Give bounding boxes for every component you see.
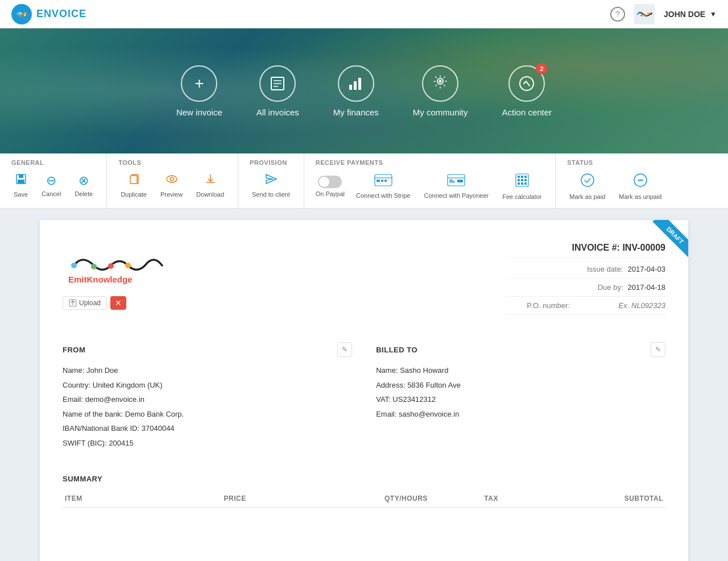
from-header: FROM ✎ bbox=[63, 342, 352, 357]
invoice-header: EmitKnowledge Upload ✕ bbox=[63, 243, 665, 319]
nav-all-invoices[interactable]: All invoices bbox=[257, 65, 299, 117]
cancel-icon: ⊖ bbox=[46, 173, 56, 188]
svg-point-52 bbox=[581, 174, 594, 186]
svg-rect-44 bbox=[521, 176, 523, 178]
invoice-number: INVOICE #: INV-00009 bbox=[506, 243, 665, 258]
issue-date-value: 2017-04-03 bbox=[628, 265, 666, 273]
fee-calculator-button[interactable]: Fee calculator bbox=[500, 171, 544, 202]
from-iban: IBAN/National Bank ID: 37040044 bbox=[63, 423, 352, 434]
billed-to-email: Email: sasho@envoice.in bbox=[376, 409, 665, 420]
nav-new-invoice[interactable]: + New invoice bbox=[176, 65, 222, 117]
edit-billed-to-button[interactable]: ✎ bbox=[651, 342, 665, 357]
billed-to-name: Name: Sasho Howard bbox=[376, 365, 665, 376]
main-nav: + New invoice All invoices bbox=[176, 65, 552, 117]
action-center-icon: 2 bbox=[508, 65, 545, 102]
svg-text:EmitKnowledge: EmitKnowledge bbox=[68, 275, 133, 284]
download-icon bbox=[204, 173, 217, 189]
col-price: PRICE bbox=[146, 490, 249, 508]
mark-paid-icon bbox=[580, 173, 595, 191]
send-client-label: Send to client bbox=[252, 191, 290, 198]
svg-point-30 bbox=[167, 176, 177, 182]
upload-button[interactable]: Upload bbox=[63, 296, 107, 310]
svg-rect-46 bbox=[518, 179, 520, 181]
help-button[interactable]: ? bbox=[610, 7, 625, 22]
svg-point-5 bbox=[640, 14, 643, 16]
svg-rect-29 bbox=[130, 176, 137, 184]
toolbar: GENERAL Save ⊖ Cancel ⊗ Delete bbox=[0, 153, 728, 209]
svg-rect-36 bbox=[384, 180, 387, 182]
provision-label: PROVISION bbox=[250, 159, 292, 166]
svg-rect-12 bbox=[349, 85, 352, 90]
chevron-down-icon: ▼ bbox=[710, 10, 717, 18]
svg-rect-28 bbox=[18, 180, 24, 184]
toolbar-tools: TOOLS Duplicate Preview bbox=[118, 153, 238, 208]
hero-section: + New invoice All invoices bbox=[0, 28, 728, 153]
svg-rect-34 bbox=[377, 180, 380, 182]
receive-payments-actions: On Paypal Connect with Stripe bbox=[316, 171, 544, 202]
po-number-input[interactable] bbox=[574, 301, 665, 310]
col-subtotal: SUBTOTAL bbox=[500, 490, 665, 508]
svg-rect-48 bbox=[524, 179, 527, 181]
edit-from-button[interactable]: ✎ bbox=[337, 342, 352, 357]
upload-label: Upload bbox=[79, 299, 101, 307]
mark-unpaid-button[interactable]: Mark as unpaid bbox=[617, 171, 664, 202]
cancel-label: Cancel bbox=[42, 190, 61, 197]
logo-upload-controls: Upload ✕ bbox=[63, 296, 176, 310]
save-label: Save bbox=[14, 191, 28, 198]
nav-my-community[interactable]: My community bbox=[413, 65, 468, 117]
fee-calculator-label: Fee calculator bbox=[502, 193, 541, 200]
action-center-badge: 2 bbox=[536, 63, 547, 74]
app-name: ENVOICE bbox=[36, 8, 86, 20]
issue-date-label: Issue date: bbox=[587, 265, 623, 273]
paypal-toggle[interactable] bbox=[318, 176, 342, 188]
mark-unpaid-label: Mark as unpaid bbox=[619, 193, 661, 200]
duplicate-button[interactable]: Duplicate bbox=[118, 171, 149, 200]
remove-logo-button[interactable]: ✕ bbox=[110, 296, 126, 310]
svg-point-57 bbox=[108, 263, 114, 269]
download-button[interactable]: Download bbox=[194, 171, 226, 200]
billed-to-vat: VAT: US23412312 bbox=[376, 394, 665, 405]
cancel-button[interactable]: ⊖ Cancel bbox=[39, 171, 63, 200]
delete-label: Delete bbox=[75, 190, 93, 197]
billing-section: FROM ✎ Name: John Doe Country: United Ki… bbox=[63, 342, 665, 452]
invoice-details: INVOICE #: INV-00009 Issue date: 2017-04… bbox=[506, 243, 665, 319]
svg-line-23 bbox=[436, 85, 437, 86]
svg-rect-50 bbox=[521, 182, 523, 185]
svg-point-6 bbox=[644, 14, 646, 16]
billed-to-block: BILLED TO ✎ Name: Sasho Howard Address: … bbox=[376, 342, 665, 452]
from-bank: Name of the bank: Demo Bank Corp. bbox=[63, 409, 352, 420]
save-button[interactable]: Save bbox=[11, 171, 30, 200]
toolbar-provision: PROVISION Send to client bbox=[250, 153, 304, 208]
user-menu[interactable]: JOHN DOE ▼ bbox=[664, 10, 717, 19]
summary-section: SUMMARY ITEM PRICE QTY/HOURS TAX SUBTOTA… bbox=[63, 475, 665, 508]
invoice-wrapper: DRAFT EmitKnowledge bbox=[40, 220, 688, 561]
delete-button[interactable]: ⊗ Delete bbox=[72, 171, 95, 200]
nav-action-center[interactable]: 2 Action center bbox=[502, 65, 552, 117]
status-label: STATUS bbox=[567, 159, 664, 166]
action-center-label: Action center bbox=[502, 107, 552, 117]
svg-point-3 bbox=[24, 12, 27, 15]
preview-button[interactable]: Preview bbox=[158, 171, 185, 200]
logo-icon bbox=[11, 4, 32, 24]
nav-my-finances[interactable]: My finances bbox=[333, 65, 379, 117]
col-tax: TAX bbox=[430, 490, 500, 508]
send-client-button[interactable]: Send to client bbox=[250, 171, 292, 200]
duplicate-label: Duplicate bbox=[121, 191, 147, 198]
tools-actions: Duplicate Preview Downlo bbox=[118, 171, 226, 200]
user-name: JOHN DOE bbox=[664, 10, 705, 19]
company-logo: EmitKnowledge bbox=[63, 243, 176, 290]
svg-rect-47 bbox=[521, 179, 523, 181]
stripe-label: Connect with Stripe bbox=[356, 192, 410, 199]
logo[interactable]: ENVOICE bbox=[11, 4, 86, 24]
svg-rect-43 bbox=[518, 176, 520, 178]
mark-paid-button[interactable]: Mark as paid bbox=[567, 171, 607, 202]
paypal-label: On Paypal bbox=[316, 190, 345, 197]
connect-stripe-button[interactable]: Connect with Stripe bbox=[354, 172, 412, 201]
connect-payoneer-button[interactable]: Connect with Payoneer bbox=[421, 172, 491, 201]
delete-icon: ⊗ bbox=[78, 173, 89, 188]
close-icon: ✕ bbox=[115, 298, 122, 307]
tools-label: TOOLS bbox=[118, 159, 226, 166]
svg-point-31 bbox=[170, 177, 173, 181]
svg-rect-14 bbox=[358, 78, 361, 90]
svg-line-21 bbox=[444, 85, 445, 86]
